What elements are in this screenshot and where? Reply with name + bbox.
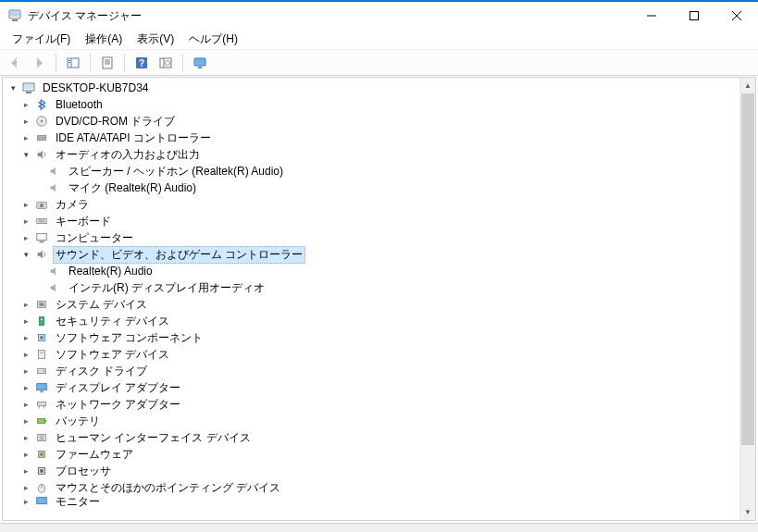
svg-point-26 [41, 120, 43, 123]
chevron-right-icon[interactable]: ▸ [19, 383, 32, 392]
svg-rect-39 [39, 317, 43, 326]
svg-rect-35 [37, 234, 47, 241]
tree-node-audio-io[interactable]: ▾ オーディオの入力および出力 [6, 146, 755, 163]
tree-node-software-devices[interactable]: ▸ ソフトウェア デバイス [6, 346, 755, 363]
vertical-scrollbar[interactable]: ▲ ▼ [739, 78, 755, 520]
back-button[interactable] [4, 52, 26, 74]
disk-icon [34, 364, 49, 378]
show-hide-console-button[interactable] [62, 52, 84, 74]
device-tree[interactable]: ▾ DESKTOP-KUB7D34 ▸ Bluetooth ▸ DVD/CD-R… [2, 77, 756, 521]
tree-node-system-devices[interactable]: ▸ システム デバイス [6, 296, 755, 313]
tree-node-bluetooth[interactable]: ▸ Bluetooth [6, 96, 755, 113]
tree-label: マウスとそのほかのポインティング デバイス [53, 480, 283, 496]
properties-button[interactable] [96, 52, 118, 74]
toolbar: ? [0, 50, 758, 76]
tree-node-security-devices[interactable]: ▸ セキュリティ デバイス [6, 313, 755, 329]
tree-label: ソフトウェア コンポーネント [53, 330, 205, 346]
tree-label: ヒューマン インターフェイス デバイス [53, 430, 254, 446]
tree-label: キーボード [53, 214, 114, 229]
tree-node-hid[interactable]: ▸ ヒューマン インターフェイス デバイス [6, 429, 755, 446]
tree-node-processor[interactable]: ▸ プロセッサ [6, 463, 755, 479]
tree-label: DVD/CD-ROM ドライブ [53, 114, 178, 130]
bluetooth-icon [34, 97, 49, 112]
chevron-right-icon[interactable]: ▸ [19, 333, 32, 342]
firmware-icon [34, 447, 49, 462]
chevron-right-icon[interactable]: ▸ [19, 466, 32, 476]
tree-node-ide[interactable]: ▸ IDE ATA/ATAPI コントローラー [6, 130, 755, 146]
chevron-right-icon[interactable]: ▸ [19, 400, 32, 409]
svg-rect-21 [198, 67, 202, 68]
chevron-right-icon[interactable]: ▸ [19, 450, 32, 459]
tree-node-intel-display-audio[interactable]: インテル(R) ディスプレイ用オーディオ [6, 279, 755, 296]
scroll-up-button[interactable]: ▲ [740, 78, 755, 93]
chevron-right-icon[interactable]: ▸ [19, 316, 32, 326]
scroll-thumb[interactable] [741, 93, 754, 445]
tree-node-mic[interactable]: マイク (Realtek(R) Audio) [6, 179, 755, 196]
svg-rect-47 [37, 384, 47, 390]
tree-node-keyboard[interactable]: ▸ キーボード [6, 213, 755, 229]
tree-node-battery[interactable]: ▸ バッテリ [6, 413, 755, 429]
tree-node-dvd[interactable]: ▸ DVD/CD-ROM ドライブ [6, 113, 755, 130]
chevron-right-icon[interactable]: ▸ [19, 497, 32, 506]
chevron-right-icon[interactable]: ▸ [19, 217, 32, 226]
maximize-button[interactable] [673, 2, 715, 30]
chevron-right-icon[interactable]: ▸ [19, 300, 32, 309]
chevron-right-icon[interactable]: ▸ [19, 350, 32, 359]
svg-point-40 [41, 318, 43, 320]
menu-view[interactable]: 表示(V) [130, 30, 180, 49]
status-bar [0, 523, 758, 532]
chevron-right-icon[interactable]: ▸ [19, 433, 32, 442]
chevron-down-icon[interactable]: ▾ [19, 150, 32, 159]
tree-node-display-adapters[interactable]: ▸ ディスプレイ アダプター [6, 379, 755, 396]
tree-label: サウンド、ビデオ、およびゲーム コントローラー [53, 246, 305, 264]
menu-action[interactable]: 操作(A) [79, 30, 129, 49]
svg-rect-11 [103, 57, 112, 68]
chevron-right-icon[interactable]: ▸ [19, 117, 32, 126]
pc-icon [34, 230, 49, 245]
forward-button[interactable] [28, 52, 50, 74]
chevron-down-icon[interactable]: ▾ [19, 250, 32, 259]
chevron-right-icon[interactable]: ▸ [19, 100, 32, 109]
menu-file[interactable]: ファイル(F) [6, 30, 77, 49]
chevron-right-icon[interactable]: ▸ [19, 416, 32, 426]
chevron-down-icon[interactable]: ▾ [6, 83, 19, 93]
tree-node-network-adapters[interactable]: ▸ ネットワーク アダプター [6, 396, 755, 413]
tree-label: マイク (Realtek(R) Audio) [66, 180, 199, 196]
scroll-down-button[interactable]: ▼ [740, 504, 755, 520]
tree-label: システム デバイス [53, 297, 150, 313]
svg-rect-44 [40, 352, 43, 353]
svg-rect-4 [690, 12, 699, 20]
svg-rect-2 [12, 19, 18, 21]
keyboard-icon [34, 214, 49, 229]
tree-node-mice[interactable]: ▸ マウスとそのほかのポインティング デバイス [6, 479, 755, 496]
svg-point-19 [166, 60, 170, 65]
tree-node-software-components[interactable]: ▸ ソフトウェア コンポーネント [6, 329, 755, 346]
scan-hardware-button[interactable] [155, 52, 177, 74]
chevron-right-icon[interactable]: ▸ [19, 233, 32, 242]
tree-node-firmware[interactable]: ▸ ファームウェア [6, 446, 755, 463]
chevron-right-icon[interactable]: ▸ [19, 133, 32, 142]
content-area: ▾ DESKTOP-KUB7D34 ▸ Bluetooth ▸ DVD/CD-R… [0, 76, 758, 523]
menu-help[interactable]: ヘルプ(H) [182, 30, 244, 49]
svg-rect-1 [10, 11, 19, 17]
tree-label: ソフトウェア デバイス [53, 347, 172, 363]
tree-node-sound-video-game[interactable]: ▾ サウンド、ビデオ、およびゲーム コントローラー [6, 246, 755, 263]
chevron-right-icon[interactable]: ▸ [19, 483, 32, 492]
tree-label: DESKTOP-KUB7D34 [40, 81, 152, 94]
monitor-button[interactable] [189, 52, 211, 74]
tree-node-speaker[interactable]: スピーカー / ヘッドホン (Realtek(R) Audio) [6, 163, 755, 179]
tree-node-camera[interactable]: ▸ カメラ [6, 196, 755, 213]
tree-node-realtek[interactable]: Realtek(R) Audio [6, 263, 755, 279]
help-button[interactable]: ? [130, 52, 153, 74]
tree-node-root[interactable]: ▾ DESKTOP-KUB7D34 [6, 80, 755, 96]
tree-node-disk-drives[interactable]: ▸ ディスク ドライブ [6, 363, 755, 379]
minimize-button[interactable] [630, 2, 673, 30]
chevron-right-icon[interactable]: ▸ [19, 200, 32, 209]
chevron-right-icon[interactable]: ▸ [19, 366, 32, 376]
svg-rect-49 [38, 402, 46, 405]
tree-node-monitor[interactable]: ▸ モニター [6, 496, 755, 507]
tree-label: ネットワーク アダプター [53, 397, 183, 413]
tree-node-computer[interactable]: ▸ コンピューター [6, 229, 755, 246]
svg-rect-43 [39, 351, 45, 359]
close-button[interactable] [715, 2, 758, 30]
